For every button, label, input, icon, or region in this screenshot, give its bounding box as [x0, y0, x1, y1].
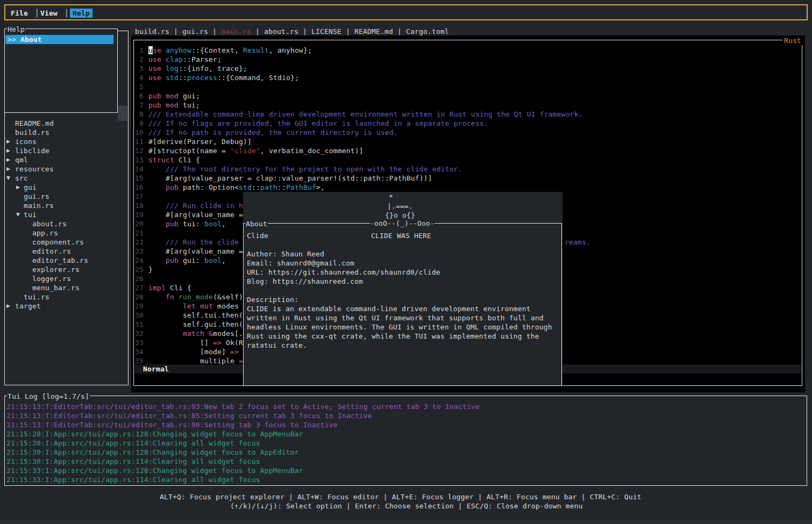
explorer-item-tuirs[interactable]: tui.rs: [24, 292, 49, 302]
about-body-line: Clide: [247, 231, 268, 240]
log-panel-title: Tui Log [log=1.7/s]: [7, 392, 90, 401]
editor-tab-aboutrs[interactable]: about.rs: [264, 27, 298, 35]
line-number: 33: [133, 338, 144, 347]
code-line: pub mod tui;: [148, 101, 200, 110]
code-line: use clap::Parser;: [148, 55, 222, 64]
explorer-item-componentrs[interactable]: component.rs: [32, 238, 84, 247]
about-body-line: URL: https://git.shaunreed.com/shaunrd0/…: [247, 268, 440, 277]
explorer-item-READMEmd[interactable]: README.md: [15, 119, 54, 128]
line-number: 18: [133, 201, 144, 210]
help-menu-item-about[interactable]: >> About: [5, 35, 113, 44]
code-line: use std::process::{Command, Stdio};: [148, 73, 299, 82]
explorer-item-aboutrs[interactable]: about.rs: [32, 219, 67, 228]
explorer-item-editorrs[interactable]: editor.rs: [32, 247, 71, 256]
log-entry: 21:15:13:T:EditorTab:src/tui/editor_tab.…: [6, 402, 480, 411]
line-number: 13: [133, 155, 144, 164]
menu-item-file[interactable]: File: [11, 9, 28, 18]
explorer-item-gui[interactable]: gui: [24, 183, 37, 192]
code-line: /// The root directory for the project t…: [148, 164, 462, 174]
code-line: use log::{info, trace};: [148, 64, 247, 73]
chevron-right-icon[interactable]: ▶: [16, 184, 20, 190]
about-header-right: CLIDE WAS HERE: [371, 231, 431, 240]
about-body-line: Description:: [247, 295, 298, 304]
log-entry: 21:15:13:T:EditorTab:src/tui/editor_tab.…: [6, 420, 338, 429]
line-number: 25: [133, 265, 144, 274]
editor-tab-guirs[interactable]: gui.rs: [182, 27, 208, 35]
editor-tab-buildrs[interactable]: build.rs: [135, 27, 169, 35]
line-number: 21: [133, 228, 144, 238]
line-number: 22: [133, 238, 144, 247]
tab-separator: |: [298, 27, 311, 35]
explorer-item-editor_tabrs[interactable]: editor_tab.rs: [32, 256, 88, 265]
line-number: 3: [133, 64, 144, 73]
line-number: 5: [133, 82, 144, 91]
about-body-line: Author: Shaun Reed: [247, 249, 324, 259]
explorer-item-buildrs[interactable]: build.rs: [15, 128, 49, 137]
explorer-item-menu_barrs[interactable]: menu_bar.rs: [32, 283, 80, 292]
line-number: 14: [133, 164, 144, 174]
line-number: 2: [133, 55, 144, 64]
line-number: 11: [133, 137, 144, 146]
chevron-right-icon[interactable]: ▶: [6, 139, 10, 144]
code-line: /// If no path is provided, the current …: [148, 128, 398, 137]
about-dialog-title: About: [245, 219, 268, 228]
explorer-item-icons[interactable]: icons: [15, 137, 37, 146]
line-number: 31: [133, 320, 144, 329]
explorer-item-loggerrs[interactable]: logger.rs: [32, 274, 71, 283]
editor-tab-LICENSE[interactable]: LICENSE: [311, 27, 341, 35]
editor-tabs: build.rs | gui.rs | main.rs | about.rs |…: [135, 27, 449, 36]
selection-prefix: >>: [8, 35, 20, 44]
keybind-line-1: ALT+Q: Focus project explorer | ALT+W: F…: [160, 492, 642, 501]
line-number: 19: [133, 210, 144, 219]
log-entry: 21:15:30:I:App:src/tui/app.rs:128:Changi…: [6, 448, 299, 457]
menu-item-view[interactable]: View: [40, 9, 58, 18]
chevron-down-icon[interactable]: ▼: [6, 175, 10, 181]
about-body-line: Rust using the cxx-qt crate, while the T…: [247, 332, 539, 341]
app-root: { "colors": { "page_bg": "#22262b", "edi…: [0, 0, 812, 524]
chevron-right-icon[interactable]: ▶: [6, 166, 10, 171]
explorer-item-apprs[interactable]: app.rs: [32, 228, 58, 238]
menu-item-help[interactable]: Help: [70, 9, 92, 18]
log-entry: 21:15:20:I:App:src/tui/app.rs:114:Cleari…: [6, 439, 260, 448]
code-line: use anyhow::{Context, Result, anyhow};: [148, 46, 312, 55]
explorer-item-src[interactable]: src: [15, 174, 28, 183]
line-number: 10: [133, 128, 144, 137]
line-number: 24: [133, 256, 144, 265]
explorer-scrollbar-thumb[interactable]: [118, 106, 127, 121]
chevron-right-icon[interactable]: ▶: [6, 148, 10, 153]
about-body-line: CLIDE is an extendable command-line driv…: [247, 304, 531, 313]
explorer-item-target[interactable]: target: [15, 302, 41, 311]
language-badge: Rust: [782, 36, 803, 45]
help-menu-item-label: About: [20, 35, 42, 44]
line-number: 4: [133, 73, 144, 82]
bottom-edge: [0, 520, 812, 524]
explorer-item-guirs[interactable]: gui.rs: [24, 192, 49, 201]
chevron-right-icon[interactable]: ▶: [6, 303, 10, 308]
explorer-item-libclide[interactable]: libclide: [15, 146, 49, 155]
log-entry: 21:15:13:T:EditorTab:src/tui/editor_tab.…: [6, 411, 372, 420]
explorer-item-qml[interactable]: qml: [15, 155, 28, 164]
editor-tab-Cargotoml[interactable]: Cargo.toml: [406, 27, 449, 35]
code-line-tail: reams.: [565, 238, 590, 247]
line-number: 9: [133, 119, 144, 128]
about-art-line: *: [389, 192, 393, 202]
line-number: 15: [133, 174, 144, 183]
editor-tab-READMEmd[interactable]: README.md: [354, 27, 393, 35]
code-line: pub mod gui;: [148, 91, 200, 101]
line-number: 23: [133, 247, 144, 256]
tab-separator: |: [251, 27, 264, 35]
code-line: #[structopt(name = "clide", verbatim_doc…: [148, 146, 364, 155]
editor-tab-mainrs[interactable]: main.rs: [221, 27, 251, 35]
tab-separator: |: [341, 27, 354, 35]
chevron-down-icon[interactable]: ▼: [16, 212, 20, 217]
chevron-right-icon[interactable]: ▶: [6, 157, 10, 162]
code-line: pub gui: bool,: [148, 256, 226, 265]
line-number: 30: [133, 311, 144, 320]
explorer-item-tui[interactable]: tui: [24, 210, 37, 219]
explorer-item-resources[interactable]: resources: [15, 164, 54, 174]
line-number: 27: [133, 283, 144, 292]
explorer-item-mainrs[interactable]: main.rs: [24, 201, 54, 210]
explorer-item-explorerrs[interactable]: explorer.rs: [32, 265, 80, 274]
code-line: #[arg(value_parser = clap::value_parser!…: [148, 174, 432, 183]
code-line: }: [148, 265, 153, 274]
